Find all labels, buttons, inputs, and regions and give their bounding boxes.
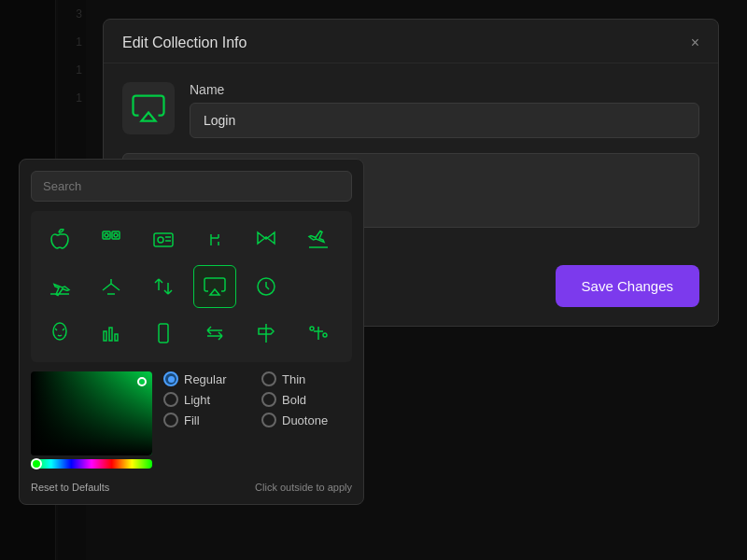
icon-cell-chart[interactable] bbox=[90, 312, 133, 355]
hue-thumb bbox=[31, 458, 42, 469]
style-label-light: Light bbox=[184, 393, 210, 407]
icon-picker-panel: Regular Thin Light Bold Fill Duotone bbox=[19, 159, 364, 505]
svg-point-4 bbox=[114, 233, 118, 237]
save-button[interactable]: Save Changes bbox=[556, 265, 699, 307]
icon-cell-blank1[interactable] bbox=[297, 265, 340, 308]
svg-point-2 bbox=[105, 233, 108, 237]
modal-title: Edit Collection Info bbox=[122, 35, 247, 51]
icon-cell-flight[interactable] bbox=[90, 265, 133, 308]
radio-light[interactable] bbox=[163, 392, 178, 407]
svg-marker-0 bbox=[142, 113, 156, 121]
style-option-bold[interactable]: Bold bbox=[261, 392, 352, 407]
icons-grid bbox=[31, 211, 352, 362]
style-option-regular[interactable]: Regular bbox=[163, 371, 254, 386]
icon-cell-airplane[interactable] bbox=[245, 218, 288, 261]
svg-rect-20 bbox=[115, 334, 118, 341]
radio-thin[interactable] bbox=[261, 371, 276, 386]
color-style-row: Regular Thin Light Bold Fill Duotone bbox=[31, 371, 352, 472]
style-option-thin[interactable]: Thin bbox=[261, 371, 352, 386]
name-label: Name bbox=[190, 82, 699, 97]
name-input[interactable] bbox=[190, 103, 699, 138]
radio-fill[interactable] bbox=[163, 413, 178, 427]
icon-cell-id-card[interactable] bbox=[142, 218, 185, 261]
reset-defaults-button[interactable]: Reset to Defaults bbox=[31, 482, 109, 493]
icon-cell-takeoff[interactable] bbox=[38, 265, 81, 308]
svg-point-29 bbox=[323, 333, 327, 337]
color-cursor bbox=[137, 377, 147, 386]
icon-cell-exchange[interactable] bbox=[142, 265, 185, 308]
style-label-thin: Thin bbox=[282, 372, 305, 386]
svg-point-6 bbox=[158, 237, 163, 243]
style-label-regular: Regular bbox=[184, 372, 227, 386]
svg-rect-3 bbox=[112, 231, 120, 239]
modal-close-button[interactable]: × bbox=[691, 35, 699, 50]
svg-rect-1 bbox=[103, 231, 110, 239]
icon-cell-airplay-selected[interactable] bbox=[193, 265, 236, 308]
style-option-fill[interactable]: Fill bbox=[163, 413, 254, 427]
icon-cell-phone[interactable] bbox=[142, 312, 185, 355]
svg-line-16 bbox=[55, 329, 57, 330]
radio-bold[interactable] bbox=[261, 392, 276, 407]
color-picker[interactable] bbox=[31, 371, 152, 472]
radio-duotone[interactable] bbox=[261, 413, 276, 427]
modal-header: Edit Collection Info × bbox=[104, 20, 718, 63]
radio-regular[interactable] bbox=[163, 371, 178, 386]
icon-cell-alien[interactable] bbox=[38, 312, 81, 355]
icon-cell-airplane-landing[interactable] bbox=[297, 218, 340, 261]
hue-bar[interactable] bbox=[31, 459, 152, 469]
collection-icon-preview[interactable] bbox=[122, 82, 175, 134]
svg-marker-13 bbox=[210, 289, 219, 295]
svg-point-15 bbox=[53, 323, 66, 340]
icon-cell-apple[interactable] bbox=[38, 218, 81, 261]
style-label-duotone: Duotone bbox=[282, 413, 328, 427]
style-label-bold: Bold bbox=[282, 393, 306, 407]
svg-point-28 bbox=[310, 327, 314, 330]
icon-cell-signpost[interactable] bbox=[245, 312, 288, 355]
style-option-light[interactable]: Light bbox=[163, 392, 254, 407]
icon-name-row: Name bbox=[122, 82, 699, 138]
search-input[interactable] bbox=[31, 171, 352, 202]
airplay-icon bbox=[132, 91, 165, 125]
name-section: Name bbox=[190, 82, 699, 138]
svg-line-17 bbox=[63, 329, 64, 330]
bottom-row: Reset to Defaults Click outside to apply bbox=[31, 476, 352, 493]
color-gradient[interactable] bbox=[31, 371, 152, 455]
svg-rect-21 bbox=[159, 324, 168, 343]
svg-rect-19 bbox=[109, 328, 112, 341]
icon-cell-fork[interactable] bbox=[193, 218, 236, 261]
icon-cell-adjust[interactable] bbox=[297, 312, 340, 355]
icon-cell-swap[interactable] bbox=[193, 312, 236, 355]
style-options: Regular Thin Light Bold Fill Duotone bbox=[163, 371, 352, 427]
apply-hint: Click outside to apply bbox=[109, 482, 352, 493]
svg-rect-18 bbox=[104, 331, 106, 341]
icon-cell-person[interactable] bbox=[90, 218, 133, 261]
icon-cell-clock[interactable] bbox=[245, 265, 288, 308]
style-option-duotone[interactable]: Duotone bbox=[261, 413, 352, 427]
style-label-fill: Fill bbox=[184, 413, 200, 427]
